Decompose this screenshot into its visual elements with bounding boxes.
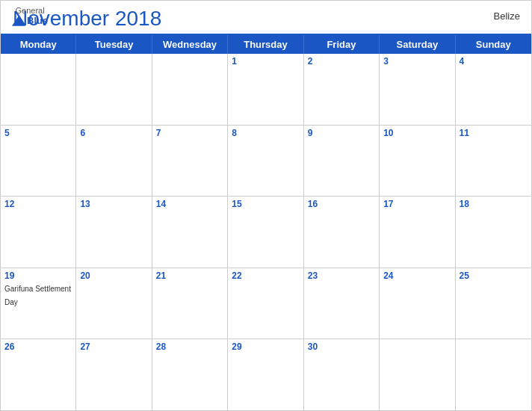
day-cell: 3 [380, 54, 455, 125]
logo: General Blue [12, 6, 48, 26]
day-cell: 20 [76, 268, 152, 339]
day-headers-row: Monday Tuesday Wednesday Thursday Friday… [1, 35, 531, 54]
week-row: 1 2 3 4 [1, 54, 531, 126]
header-saturday: Saturday [380, 35, 455, 54]
day-cell: 22 [228, 268, 303, 339]
day-cell [1, 54, 76, 125]
day-cell: 9 [304, 126, 380, 197]
week-row: 12 13 14 15 16 17 18 [1, 197, 531, 268]
day-cell: 1 [228, 54, 303, 125]
weeks-container: 1 2 3 4 5 6 7 8 9 10 11 12 13 14 15 16 [1, 54, 531, 410]
day-cell: 27 [76, 339, 152, 410]
logo-general: General [16, 6, 45, 15]
day-cell: 12 [1, 197, 76, 268]
day-cell: 26 [1, 339, 76, 410]
day-cell [456, 339, 531, 410]
day-cell [380, 339, 455, 410]
day-cell: 11 [456, 126, 531, 197]
day-cell: 24 [380, 268, 455, 339]
logo-icon [12, 16, 25, 26]
header-tuesday: Tuesday [76, 35, 152, 54]
day-cell: 29 [228, 339, 303, 410]
logo-blue: Blue [27, 15, 48, 26]
calendar-grid: Monday Tuesday Wednesday Thursday Friday… [1, 34, 531, 410]
day-cell: 16 [304, 197, 380, 268]
day-cell: 25 [456, 268, 531, 339]
day-cell: 8 [228, 126, 303, 197]
day-cell: 13 [76, 197, 152, 268]
day-cell: 23 [304, 268, 380, 339]
day-cell: 10 [380, 126, 455, 197]
country-label: Belize [494, 10, 520, 22]
day-cell: 5 [1, 126, 76, 197]
day-cell: 17 [380, 197, 455, 268]
calendar-header: General Blue November 2018 Belize [1, 1, 531, 34]
day-cell: 15 [228, 197, 303, 268]
week-row: 5 6 7 8 9 10 11 [1, 126, 531, 197]
week-row: 26 27 28 29 30 [1, 339, 531, 410]
week-row: 19 Garifuna Settlement Day 20 21 22 23 2… [1, 268, 531, 340]
header-wednesday: Wednesday [152, 35, 228, 54]
header-sunday: Sunday [456, 35, 531, 54]
day-cell: 4 [456, 54, 531, 125]
calendar: General Blue November 2018 Belize Monday… [0, 0, 532, 411]
day-cell: 14 [152, 197, 228, 268]
header-monday: Monday [1, 35, 76, 54]
day-cell: 21 [152, 268, 228, 339]
day-cell [76, 54, 152, 125]
day-cell: 18 [456, 197, 531, 268]
event-garifuna: Garifuna Settlement Day [4, 285, 71, 306]
day-cell: 7 [152, 126, 228, 197]
day-cell: 2 [304, 54, 380, 125]
header-friday: Friday [304, 35, 380, 54]
day-cell-19: 19 Garifuna Settlement Day [1, 268, 76, 339]
day-cell: 28 [152, 339, 228, 410]
day-cell: 6 [76, 126, 152, 197]
day-cell [152, 54, 228, 125]
svg-marker-0 [12, 16, 25, 26]
day-cell: 30 [304, 339, 380, 410]
header-thursday: Thursday [228, 35, 303, 54]
